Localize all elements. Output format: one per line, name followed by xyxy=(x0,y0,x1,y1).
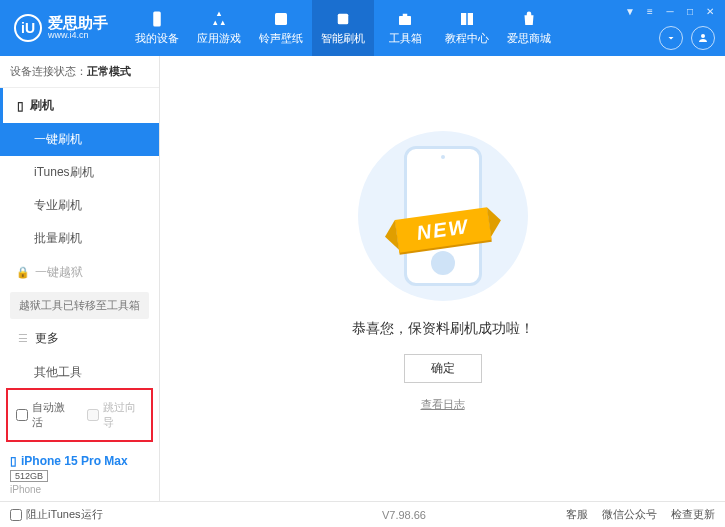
sidebar: 设备连接状态：正常模式 ▯ 刷机 一键刷机 iTunes刷机 专业刷机 批量刷机… xyxy=(0,56,160,501)
nav-toolbox[interactable]: 工具箱 xyxy=(374,0,436,56)
nav-flash[interactable]: 智能刷机 xyxy=(312,0,374,56)
main-content: NEW 恭喜您，保资料刷机成功啦！ 确定 查看日志 xyxy=(160,56,725,501)
svg-rect-0 xyxy=(153,12,161,27)
sidebar-item-oneclick-flash[interactable]: 一键刷机 xyxy=(0,123,159,156)
footer-link-wechat[interactable]: 微信公众号 xyxy=(602,507,657,522)
connection-status: 设备连接状态：正常模式 xyxy=(0,56,159,88)
app-title: 爱思助手 xyxy=(48,15,108,32)
checkbox-block-itunes[interactable]: 阻止iTunes运行 xyxy=(10,507,103,522)
app-header: iU 爱思助手 www.i4.cn 我的设备 应用游戏 铃声壁纸 智能刷机 工具… xyxy=(0,0,725,56)
toolbox-icon xyxy=(395,10,415,28)
footer: 阻止iTunes运行 V7.98.66 客服 微信公众号 检查更新 xyxy=(0,501,725,527)
svg-rect-4 xyxy=(403,14,408,17)
device-name[interactable]: ▯ iPhone 15 Pro Max xyxy=(10,454,149,468)
checkbox-auto-activate[interactable]: 自动激活 xyxy=(16,400,73,430)
svg-rect-3 xyxy=(399,16,411,25)
nav-store[interactable]: 爱思商城 xyxy=(498,0,560,56)
download-button[interactable] xyxy=(659,26,683,50)
footer-link-support[interactable]: 客服 xyxy=(566,507,588,522)
sidebar-item-other-tools[interactable]: 其他工具 xyxy=(0,356,159,382)
skin-icon[interactable]: ▼ xyxy=(623,4,637,18)
window-controls: ▼ ≡ ─ □ ✕ xyxy=(623,4,717,18)
device-storage: 512GB xyxy=(10,470,48,482)
sidebar-group-flash[interactable]: ▯ 刷机 xyxy=(0,88,159,123)
more-icon: ☰ xyxy=(17,333,29,345)
nav-ringtones[interactable]: 铃声壁纸 xyxy=(250,0,312,56)
lock-icon: 🔒 xyxy=(17,267,29,279)
menu-icon[interactable]: ≡ xyxy=(643,4,657,18)
device-info: ▯ iPhone 15 Pro Max 512GB iPhone xyxy=(0,448,159,501)
device-type: iPhone xyxy=(10,484,149,495)
sidebar-group-more[interactable]: ☰ 更多 xyxy=(0,321,159,356)
svg-point-5 xyxy=(701,34,705,38)
book-icon xyxy=(457,10,477,28)
nav-tutorials[interactable]: 教程中心 xyxy=(436,0,498,56)
user-button[interactable] xyxy=(691,26,715,50)
device-icon xyxy=(147,10,167,28)
footer-link-update[interactable]: 检查更新 xyxy=(671,507,715,522)
nav-my-device[interactable]: 我的设备 xyxy=(126,0,188,56)
device-phone-icon: ▯ xyxy=(10,454,17,468)
svg-rect-1 xyxy=(275,13,287,25)
view-log-link[interactable]: 查看日志 xyxy=(421,397,465,412)
sidebar-item-pro-flash[interactable]: 专业刷机 xyxy=(0,189,159,222)
logo-icon: iU xyxy=(14,14,42,42)
apps-icon xyxy=(209,10,229,28)
top-nav: 我的设备 应用游戏 铃声壁纸 智能刷机 工具箱 教程中心 爱思商城 xyxy=(126,0,560,56)
version-label: V7.98.66 xyxy=(382,509,426,521)
nav-apps[interactable]: 应用游戏 xyxy=(188,0,250,56)
phone-icon: ▯ xyxy=(17,99,24,113)
minimize-icon[interactable]: ─ xyxy=(663,4,677,18)
success-illustration: NEW xyxy=(343,126,543,306)
wallpaper-icon xyxy=(271,10,291,28)
checkbox-skip-guide[interactable]: 跳过向导 xyxy=(87,400,144,430)
sidebar-jailbreak-note[interactable]: 越狱工具已转移至工具箱 xyxy=(10,292,149,319)
close-icon[interactable]: ✕ xyxy=(703,4,717,18)
sidebar-item-batch-flash[interactable]: 批量刷机 xyxy=(0,222,159,255)
svg-rect-2 xyxy=(338,14,349,25)
maximize-icon[interactable]: □ xyxy=(683,4,697,18)
ok-button[interactable]: 确定 xyxy=(404,354,482,383)
sidebar-item-itunes-flash[interactable]: iTunes刷机 xyxy=(0,156,159,189)
store-icon xyxy=(519,10,539,28)
app-subtitle: www.i4.cn xyxy=(48,31,108,41)
sidebar-group-jailbreak: 🔒 一键越狱 xyxy=(0,255,159,290)
highlight-options: 自动激活 跳过向导 xyxy=(6,388,153,442)
flash-icon xyxy=(333,10,353,28)
logo: iU 爱思助手 www.i4.cn xyxy=(0,14,118,42)
success-message: 恭喜您，保资料刷机成功啦！ xyxy=(352,320,534,338)
